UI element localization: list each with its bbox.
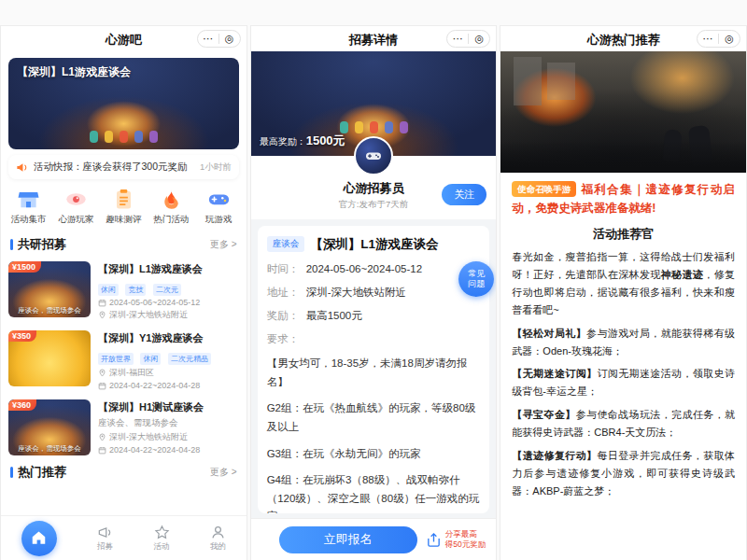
- more-menu-icon[interactable]: ⋯: [698, 31, 718, 47]
- bottom-tab-bar: 招募 活动 我的: [1, 515, 247, 560]
- reward-caption: 最高奖励：1500元: [260, 132, 345, 149]
- card-date: 2024-05-06~2024-05-12: [98, 298, 239, 307]
- menu-item-market[interactable]: 活动集市: [5, 188, 52, 226]
- price-badge: ¥360: [8, 399, 36, 411]
- calendar-icon: [98, 299, 106, 307]
- field-address: 地址： 深圳-深大地铁站附近: [267, 285, 481, 300]
- recruit-card[interactable]: ¥1500 座谈会，需现场参会 【深圳】L1游戏座谈会 休闲 竞技 二次元 20…: [8, 257, 239, 326]
- menu-item-players[interactable]: 心游玩家: [52, 188, 100, 226]
- article-item: 【轻松对局礼】参与游戏对局，就能获得稀有级武器：Oden-玫瑰花海；: [512, 325, 735, 360]
- requirement-line: G3组：在玩《永劫无间》的玩家: [267, 445, 481, 464]
- publisher-card: 心游招募员 官方:发布于7天前 关注: [251, 156, 497, 219]
- section-accent-bar: [10, 239, 13, 250]
- card-thumbnail: ¥1500 座谈会，需现场参会: [8, 261, 91, 317]
- horn-icon: [16, 161, 28, 174]
- section-title: 热门推荐: [18, 464, 66, 481]
- calendar-icon: [98, 382, 106, 390]
- tab-recruit[interactable]: 招募: [97, 525, 113, 553]
- card-thumbnail: ¥350: [8, 330, 91, 386]
- share-button[interactable]: 分享最高 得50元奖励: [426, 529, 486, 549]
- requirement-line: G4组：在玩崩坏3（88级）、战双帕弥什（120级）、深空之眼（80级）任一游戏…: [267, 471, 481, 513]
- promo-article: 使命召唤手游福利合集｜遗迹修复行动启动，免费史诗武器准备就绪! 活动推荐官 春光…: [500, 173, 746, 500]
- tag-chip: 二次元: [153, 284, 181, 296]
- article-item: 【寻宝夺金】参与使命战场玩法，完成任务，就能获得史诗武器：CBR4-天文历法；: [512, 406, 735, 441]
- card-thumbnail: ¥360 座谈会，需现场参会: [8, 399, 91, 455]
- flame-icon: [160, 188, 183, 211]
- tab-mine[interactable]: 我的: [210, 525, 226, 553]
- section-accent-bar: [10, 467, 13, 478]
- eye-icon: [64, 188, 88, 211]
- pin-icon: [98, 311, 106, 319]
- tag-chip: 竞技: [125, 284, 146, 296]
- section-title: 共研招募: [18, 236, 66, 253]
- card-location: 深圳-深大地铁站附近: [98, 431, 239, 443]
- tab-home[interactable]: [21, 521, 57, 556]
- minimize-icon[interactable]: ◎: [719, 31, 740, 47]
- article-item: 【无期迷途订阅】订阅无期迷途活动，领取史诗级背包-幸运之星；: [512, 365, 735, 400]
- card-date: 2024-04-22~2024-04-28: [98, 445, 239, 455]
- minimize-icon[interactable]: ◎: [469, 31, 489, 47]
- pin-icon: [98, 369, 106, 377]
- game-badge[interactable]: 使命召唤手游: [512, 181, 576, 197]
- stage: 心游吧 ⋯ ◎ 【深圳】L1游戏座谈会 活动快报：座谈会获得了300元奖励 1小…: [0, 0, 747, 560]
- calendar-icon: [98, 446, 106, 455]
- minimize-icon[interactable]: ◎: [219, 31, 240, 47]
- home-banner-title: 【深圳】L1游戏座谈会: [17, 64, 131, 80]
- menu-item-quiz[interactable]: 趣味测评: [100, 188, 148, 226]
- requirement-line: G2组：在玩《热血航线》的玩家，等级80级及以上: [267, 399, 481, 436]
- pin-icon: [98, 433, 106, 441]
- detail-bottom-bar: 立即报名 分享最高 得50元奖励: [251, 518, 497, 560]
- article-paragraph: 春光如金，瘦普掐指一算，这得给战士们发福利呀！正好，先遣部队在深林发现神秘遗迹，…: [512, 248, 735, 319]
- panel-promo: 心游热门推荐 ⋯ ◎ 使命召唤手游福利合集｜遗迹修复行动启动，免费史诗武器准备就…: [500, 25, 747, 560]
- article-subhead: 活动推荐官: [512, 226, 735, 243]
- avatar: [354, 136, 393, 175]
- signup-button[interactable]: 立即报名: [279, 526, 417, 553]
- tag-chip: 休闲: [140, 353, 161, 365]
- field-time: 时间： 2024-05-06~2024-05-12: [267, 261, 481, 276]
- home-banner[interactable]: 【深圳】L1游戏座谈会: [8, 58, 239, 149]
- miniprogram-capsule: ⋯ ◎: [697, 30, 740, 48]
- more-link[interactable]: 更多 >: [210, 238, 237, 251]
- building-silhouette: [514, 57, 542, 105]
- field-reward: 奖励： 最高1500元: [267, 308, 481, 323]
- notice-bar[interactable]: 活动快报：座谈会获得了300元奖励 1小时前: [8, 155, 239, 179]
- menu-item-hot[interactable]: 热门活动: [148, 188, 195, 226]
- more-menu-icon[interactable]: ⋯: [447, 31, 468, 47]
- logo-gamepad-icon: [364, 147, 383, 165]
- article-item: 【遗迹修复行动】每日登录并完成任务，获取体力后参与遗迹修复小游戏，即可获得史诗级…: [512, 447, 735, 500]
- thumb-caption: 座谈会，需现场参会: [8, 306, 91, 315]
- promo-banner: [500, 51, 746, 173]
- tag-chips: 休闲 竞技 二次元: [98, 279, 239, 296]
- field-requirement: 要求：: [267, 331, 481, 346]
- tag-chip: 二次元精品: [168, 353, 211, 365]
- card-title: 【深圳】H1测试座谈会: [98, 400, 239, 414]
- thumb-caption: 座谈会，需现场参会: [8, 444, 91, 454]
- detail-header: 招募详情 ⋯ ◎: [251, 26, 497, 51]
- miniprogram-capsule: ⋯ ◎: [446, 30, 490, 48]
- card-title: 【深圳】Y1游戏座谈会: [98, 331, 239, 345]
- recruit-card[interactable]: ¥360 座谈会，需现场参会 【深圳】H1测试座谈会 座谈会、需现场参会 深圳-…: [8, 395, 239, 460]
- notice-text: 活动快报：座谈会获得了300元奖励: [34, 161, 194, 174]
- follow-button[interactable]: 关注: [442, 184, 486, 205]
- panel-home: 心游吧 ⋯ ◎ 【深圳】L1游戏座谈会 活动快报：座谈会获得了300元奖励 1小…: [0, 25, 247, 560]
- tag-chip: 开放世界: [98, 353, 134, 365]
- section-hot-header: 热门推荐 更多 >: [1, 460, 247, 484]
- panel-detail: 招募详情 ⋯ ◎ 最高奖励：1500元 心游招募员 官方:发布于7天前 关注 座…: [250, 25, 498, 560]
- miniprogram-capsule: ⋯ ◎: [197, 30, 241, 48]
- person-icon: [210, 525, 226, 540]
- requirement-list: 【男女均可，18-35岁，未满18周岁请勿报名】 G2组：在玩《热血航线》的玩家…: [267, 355, 481, 513]
- event-detail-card: 座谈会【深圳】L1游戏座谈会 时间： 2024-05-06~2024-05-12…: [258, 226, 490, 513]
- event-type-tag: 座谈会: [267, 236, 305, 252]
- more-menu-icon[interactable]: ⋯: [198, 31, 218, 47]
- recruit-card[interactable]: ¥350 【深圳】Y1游戏座谈会 开放世界 休闲 二次元精品 深圳-福田区: [8, 326, 239, 395]
- price-badge: ¥350: [8, 330, 36, 342]
- menu-item-play[interactable]: 玩游戏: [195, 188, 243, 226]
- more-link[interactable]: 更多 >: [210, 466, 237, 479]
- card-date: 2024-04-22~2024-04-28: [98, 381, 239, 390]
- home-header: 心游吧 ⋯ ◎: [1, 26, 247, 51]
- store-icon: [17, 188, 40, 211]
- event-title: 【深圳】L1游戏座谈会: [310, 237, 438, 251]
- tab-activity[interactable]: 活动: [154, 525, 170, 553]
- rubble-shadow: [500, 141, 746, 173]
- recruit-card-list: ¥1500 座谈会，需现场参会 【深圳】L1游戏座谈会 休闲 竞技 二次元 20…: [1, 257, 247, 460]
